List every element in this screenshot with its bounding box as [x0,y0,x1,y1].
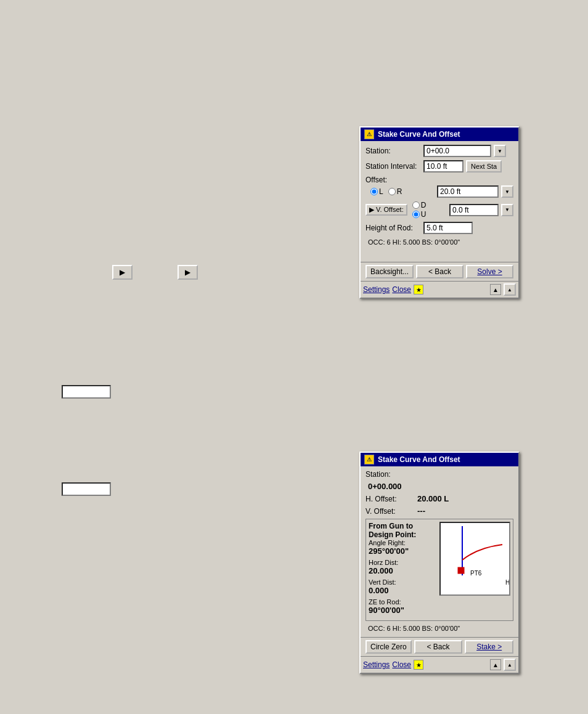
angle-right-value: 295°00'00" [369,546,409,556]
ze-to-rod-value: 90°00'00" [369,606,404,615]
station-value-2: 0+00.000 [368,482,402,491]
offset-l-label: L [379,187,383,196]
solve-button[interactable]: Solve > [466,265,513,278]
ze-to-rod-label: ZE to Rod: [369,598,401,606]
nav-button-2[interactable]: ▶ [178,265,198,280]
v-offset-dropdown[interactable]: ▼ [501,204,513,216]
v-offset-d-radio [412,201,420,209]
horz-dist-label: Horz Dist: [369,559,398,566]
v-offset-u-radio[interactable] [412,211,420,218]
vert-dist-label: Vert Dist: [369,578,396,586]
v-offset-result-value: --- [417,506,425,516]
settings-link-2[interactable]: Settings [363,660,390,669]
v-offset-d-label: D [421,201,427,209]
dialog-1-icon: ⚠ [364,129,374,139]
back-button-1[interactable]: < Back [416,265,463,278]
offset-label: Offset: [365,176,421,184]
station-interval-input[interactable] [423,160,463,172]
scroll-up-2[interactable]: ▲ [504,659,516,671]
v-offset-u-label: U [421,210,427,219]
dialog-1-titlebar: ⚠ Stake Curve And Offset [361,128,518,141]
offset-value-input[interactable] [437,185,499,198]
triangle-icon-1: ▲ [490,284,501,295]
dialog-1-title: Stake Curve And Offset [378,130,460,139]
triangle-icon-2: ▲ [490,659,501,670]
next-sta-button[interactable]: Next Sta [466,160,502,172]
station-dropdown[interactable]: ▼ [494,145,506,157]
occ-info-2: OCC: 6 HI: 5.000 BS: 0°00'00" [365,623,513,633]
stake-button[interactable]: Stake > [465,640,513,654]
h-offset-label: H. Offset: [365,495,415,503]
occ-info-1: OCC: 6 HI: 5.000 BS: 0°00'00" [365,237,513,247]
svg-rect-1 [458,567,464,574]
station-input[interactable] [423,145,491,157]
small-box-2 [62,482,111,496]
dialog-2-icon: ⚠ [364,455,374,465]
curve-diagram: PT6 H [439,522,510,596]
dialog-1: ⚠ Stake Curve And Offset Station: ▼ Stat… [359,126,520,299]
v-offset-button[interactable]: ▶ V. Offset: [365,204,407,216]
arrow-icon-1: ▶ [120,268,125,277]
close-link-1[interactable]: Close [392,285,411,294]
backsight-button[interactable]: Backsight... [365,265,414,278]
arrow-icon-2: ▶ [185,268,190,277]
small-box-1 [62,385,111,399]
station-interval-label: Station Interval: [365,162,421,171]
back-button-2[interactable]: < Back [414,640,463,654]
circle-zero-button[interactable]: Circle Zero [365,640,412,654]
station-label: Station: [365,147,421,155]
offset-r-radio[interactable] [388,188,396,195]
height-of-rod-label: Height of Rod: [365,224,421,232]
offset-l-radio[interactable] [370,188,378,195]
close-link-2[interactable]: Close [392,660,411,669]
v-offset-result-label: V. Offset: [365,507,415,516]
station-label-2: Station: [365,470,415,479]
from-gun-label: From Gun to Design Point: [369,522,435,539]
scroll-up-1[interactable]: ▲ [504,283,516,296]
offset-dropdown[interactable]: ▼ [501,185,513,198]
dialog-2-titlebar: ⚠ Stake Curve And Offset [361,453,518,466]
offset-r-label: R [397,187,402,196]
svg-text:H: H [505,579,510,586]
h-offset-value: 20.000 L [417,494,449,503]
star-icon-1[interactable]: ★ [414,285,423,294]
star-icon-2[interactable]: ★ [414,660,423,670]
vert-dist-value: 0.000 [369,586,389,595]
dialog-2-title: Stake Curve And Offset [378,455,460,464]
svg-text:PT6: PT6 [470,570,482,577]
angle-right-label: Angle Right: [369,539,406,546]
dialog-2: ⚠ Stake Curve And Offset Station: 0+00.0… [359,452,520,674]
horz-dist-value: 20.000 [369,566,393,575]
v-offset-input[interactable] [449,204,499,216]
settings-link-1[interactable]: Settings [363,285,390,294]
height-of-rod-input[interactable] [423,222,473,234]
nav-button-1[interactable]: ▶ [112,265,133,280]
